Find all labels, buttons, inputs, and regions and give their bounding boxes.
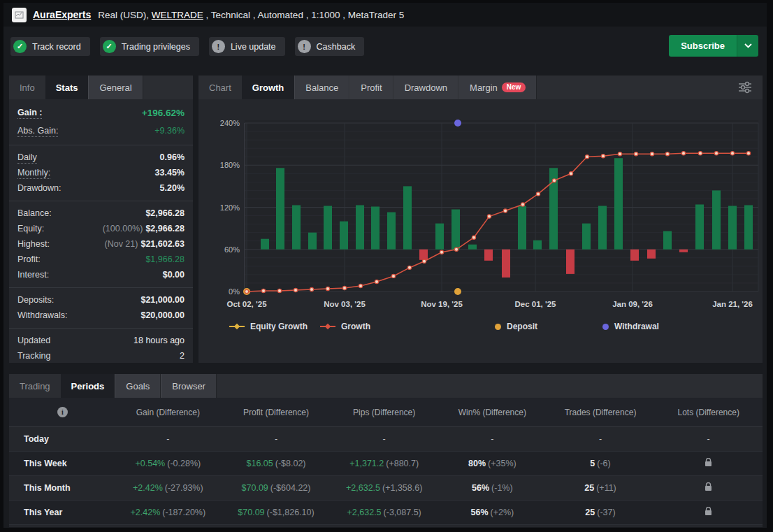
- stat-row-interest: Interest: $0.00: [17, 267, 185, 282]
- stat-value-daily: 0.96%: [160, 152, 185, 162]
- subscribe-split-button[interactable]: Subscribe: [669, 35, 758, 57]
- badge-label: Live update: [231, 42, 276, 52]
- svg-text:Jan 09, '26: Jan 09, '26: [612, 300, 653, 308]
- table-row-this-year: This Year +2.42%(-187.20%) $70.09(-$1,82…: [9, 501, 763, 525]
- badge-trading-privileges[interactable]: ✓ Trading privileges: [100, 37, 199, 56]
- exclamation-circle-icon: !: [212, 40, 225, 53]
- stat-row-daily: Daily 0.96%: [17, 150, 185, 165]
- subscribe-button[interactable]: Subscribe: [669, 35, 737, 57]
- periods-panel: Trading Periods Goals Browser i Gain (Di…: [9, 374, 763, 527]
- legend-withdrawal[interactable]: Withdrawal: [602, 322, 659, 331]
- badge-label: Cashback: [317, 42, 356, 52]
- stat-row-highest: Highest: (Nov 21)$21,602.63: [17, 236, 185, 252]
- cell-lots: -: [654, 434, 763, 444]
- legend-growth[interactable]: Growth: [320, 322, 370, 331]
- legend-label: Withdrawal: [614, 322, 659, 331]
- stat-row-deposits: Deposits: $21,000.00: [17, 292, 185, 308]
- col-win: Win% (Difference): [438, 408, 547, 417]
- stat-label-balance: Balance:: [17, 208, 52, 218]
- stat-label-withdrawals: Withdrawals:: [17, 310, 68, 320]
- stat-value-abs-gain: +9.36%: [154, 126, 185, 136]
- stat-label-interest: Interest:: [17, 270, 49, 280]
- svg-text:0%: 0%: [229, 287, 240, 296]
- chart-panel: Chart Growth Balance Profit Drawdown Mar…: [198, 76, 763, 363]
- broker-link[interactable]: WELTRADE: [152, 10, 203, 20]
- stat-label-equity: Equity:: [17, 224, 44, 233]
- cell-pips: +2,632.5(+1,358.6): [330, 483, 438, 493]
- tab-periods[interactable]: Periods: [61, 374, 115, 398]
- growth-chart-canvas[interactable]: 0%60%120%180%240%Oct 02, '25Nov 03, '25N…: [198, 76, 763, 363]
- stat-row-abs-gain: Abs. Gain: +9.36%: [17, 122, 185, 140]
- avatar-glyph-icon: [15, 10, 24, 20]
- stat-prefix-highest: (Nov 21): [105, 239, 138, 249]
- app-root: AuraExperts Real (USD), WELTRADE , Techn…: [3, 3, 767, 528]
- cell-pips: +2,632.5(-3,087.5): [330, 508, 438, 517]
- subtitle-pre: Real (USD),: [98, 10, 152, 20]
- account-subtitle: Real (USD), WELTRADE , Technical , Autom…: [98, 10, 404, 20]
- row-label: This Week: [9, 459, 114, 468]
- stat-label-gain: Gain :: [17, 108, 42, 119]
- row-label: This Month: [9, 483, 114, 493]
- svg-text:180%: 180%: [220, 161, 240, 169]
- badge-cashback[interactable]: ! Cashback: [295, 37, 365, 56]
- tab-info[interactable]: Info: [9, 76, 45, 99]
- stat-label-drawdown: Drawdown:: [17, 183, 62, 193]
- cell-pips: -: [330, 434, 438, 444]
- stat-value-equity: $2,966.28: [145, 224, 185, 233]
- chart-legend: Equity Growth Growth Deposit Withdrawal: [198, 322, 763, 341]
- col-lots: Lots (Difference): [654, 408, 763, 417]
- cell-win: -: [438, 434, 547, 444]
- cell-trades: -: [547, 434, 655, 444]
- periods-table-header: i Gain (Difference) Profit (Difference) …: [9, 398, 763, 427]
- chevron-down-icon: [744, 43, 752, 48]
- svg-text:Jan 21, '26: Jan 21, '26: [712, 300, 753, 308]
- badge-track-record[interactable]: ✓ Track record: [10, 37, 90, 56]
- tab-goals[interactable]: Goals: [115, 374, 161, 398]
- subscribe-dropdown-button[interactable]: [737, 35, 758, 57]
- tab-trading[interactable]: Trading: [9, 374, 61, 398]
- cell-lots: [654, 507, 763, 518]
- stat-label-monthly: Monthly:: [17, 168, 50, 179]
- svg-text:Dec 01, '25: Dec 01, '25: [515, 300, 557, 308]
- tab-general[interactable]: General: [88, 76, 143, 99]
- stat-label-updated: Updated: [17, 336, 50, 345]
- stat-value-highest: $21,602.63: [140, 239, 185, 249]
- deposit-marker-icon: [495, 324, 501, 330]
- legend-deposit[interactable]: Deposit: [495, 322, 537, 331]
- equity-growth-marker-icon: [229, 326, 245, 327]
- svg-text:Nov 19, '25: Nov 19, '25: [421, 300, 463, 308]
- stat-value-profit: $1,966.28: [145, 254, 185, 264]
- cell-gain: +2.42%(-187.20%): [114, 508, 222, 517]
- cell-profit: $70.09(-$604.22): [222, 483, 331, 493]
- stat-row-balance: Balance: $2,966.28: [17, 206, 185, 221]
- stat-group-meta: Updated 18 hours ago Tracking 2: [9, 329, 193, 368]
- stat-row-equity: Equity: (100.00%)$2,966.28: [17, 221, 185, 236]
- stat-value-monthly: 33.45%: [155, 168, 185, 178]
- tab-browser[interactable]: Browser: [161, 374, 217, 398]
- stat-value-interest: $0.00: [163, 270, 185, 280]
- account-header: AuraExperts Real (USD), WELTRADE , Techn…: [3, 3, 767, 27]
- stats-panel: Info Stats General Gain : +196.62% Abs. …: [9, 76, 193, 363]
- info-icon[interactable]: i: [57, 407, 68, 417]
- stat-row-monthly: Monthly: 33.45%: [17, 165, 185, 180]
- stat-group-balance: Balance: $2,966.28 Equity: (100.00%)$2,9…: [9, 201, 193, 288]
- check-circle-icon: ✓: [103, 40, 116, 53]
- cell-win: 80%(+35%): [438, 459, 547, 468]
- stat-row-withdrawals: Withdrawals: $20,000.00: [17, 308, 185, 323]
- table-row-today: Today - - - - - -: [9, 427, 763, 452]
- cell-trades: 25(-37): [547, 508, 655, 517]
- stat-row-gain: Gain : +196.62%: [17, 103, 185, 122]
- svg-text:60%: 60%: [224, 245, 240, 254]
- account-name-link[interactable]: AuraExperts: [33, 9, 91, 20]
- stat-value-deposits: $21,000.00: [140, 295, 185, 305]
- stat-row-profit: Profit: $1,966.28: [17, 252, 185, 267]
- periods-tabbar: Trading Periods Goals Browser: [9, 374, 763, 398]
- stat-value-tracking: 2: [180, 351, 185, 361]
- status-badges: ✓ Track record ✓ Trading privileges ! Li…: [10, 37, 364, 56]
- stat-value-gain: +196.62%: [142, 108, 185, 118]
- cell-profit: $70.09(-$1,826.10): [222, 508, 331, 517]
- badge-live-update[interactable]: ! Live update: [209, 37, 285, 56]
- cell-profit: $16.05(-$8.02): [222, 459, 331, 468]
- tab-stats[interactable]: Stats: [45, 76, 89, 99]
- legend-equity-growth[interactable]: Equity Growth: [229, 322, 308, 331]
